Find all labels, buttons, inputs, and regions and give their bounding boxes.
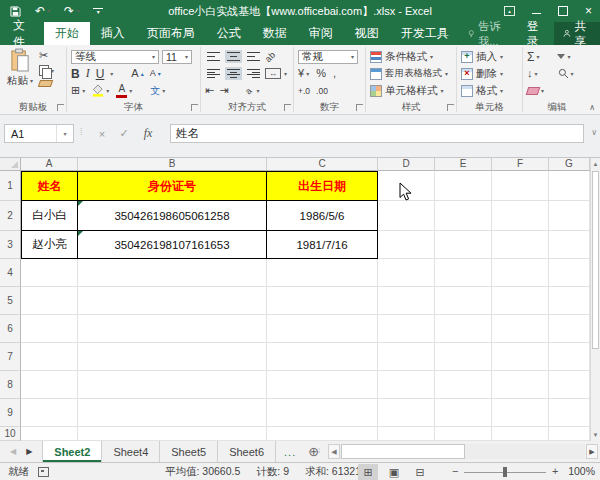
cell-E7[interactable] [435,343,492,371]
percent-format-button[interactable]: % [316,68,326,79]
cell-E4[interactable] [435,259,492,287]
sheet-tab-Sheet5[interactable]: Sheet5 [160,441,218,462]
delete-cells-button[interactable]: × 删除▾ [461,65,520,82]
cell-F5[interactable] [492,287,549,315]
vertical-scroll-thumb[interactable] [592,171,599,349]
cell-D4[interactable] [378,259,435,287]
row-header-9[interactable]: 9 [0,399,21,427]
cell-B7[interactable] [78,343,267,371]
cell-D6[interactable] [378,315,435,343]
cell-B2[interactable]: 350426198605061258 [78,201,267,231]
chevron-down-icon[interactable]: ▾ [56,125,73,142]
column-header-G[interactable]: G [549,158,590,171]
row-header-5[interactable]: 5 [0,287,21,315]
cell-C1[interactable]: 出生日期 [267,171,378,201]
font-color-button[interactable]: A ▾ [116,84,132,98]
cell-G2[interactable] [549,201,590,231]
ribbon-tab-插入[interactable]: 插入 [90,22,136,45]
cell-B1[interactable]: 身份证号 [78,171,267,201]
text-direction-button[interactable]: a [244,85,255,96]
sort-filter-button[interactable]: ▾ [557,54,570,60]
cell-G1[interactable] [549,171,590,201]
merge-center-button[interactable]: ↔ [265,68,281,79]
formula-bar-splitter[interactable]: ⁞ [80,127,84,137]
cell-F3[interactable] [492,231,549,259]
fill-color-button[interactable]: ▾ [92,84,109,97]
row-header-8[interactable]: 8 [0,371,21,399]
save-button[interactable] [10,6,21,17]
conditional-formatting-button[interactable]: 条件格式▾ [370,48,454,65]
row-header-10[interactable]: 10 [0,427,21,441]
align-bottom-icon[interactable] [245,50,262,63]
cell-styles-button[interactable]: 单元格样式▾ [370,82,454,99]
cell-A10[interactable] [21,427,78,441]
cell-F7[interactable] [492,343,549,371]
underline-button[interactable]: U [96,67,105,81]
column-header-F[interactable]: F [492,158,549,171]
ribbon-tab-数据[interactable]: 数据 [252,22,298,45]
column-header-D[interactable]: D [378,158,435,171]
insert-function-button[interactable]: fx [138,124,158,143]
comma-format-button[interactable]: , [333,68,336,79]
cell-G9[interactable] [549,399,590,427]
ribbon-tab-开始[interactable]: 开始 [44,22,90,45]
collapse-ribbon-button[interactable]: ∧ [589,103,595,112]
cell-E6[interactable] [435,315,492,343]
close-button[interactable]: × [585,5,592,17]
cell-F2[interactable] [492,201,549,231]
ribbon-tab-页面布局[interactable]: 页面布局 [136,22,206,45]
cell-D9[interactable] [378,399,435,427]
ribbon-tab-视图[interactable]: 视图 [344,22,390,45]
zoom-level[interactable]: 100% [568,465,595,477]
increase-decimal-button[interactable]: +.0 [298,86,310,96]
cell-E2[interactable] [435,201,492,231]
increase-indent-button[interactable]: ⇥ [219,84,228,97]
align-center-icon[interactable] [225,67,242,80]
tab-splitter[interactable]: ⁞ [318,446,320,455]
cell-F4[interactable] [492,259,549,287]
row-header-3[interactable]: 3 [0,231,21,259]
hscroll-left-icon[interactable]: ◀ [328,444,340,459]
row-header-4[interactable]: 4 [0,259,21,287]
tab-file[interactable]: 文件 [0,22,44,45]
font-name-combo[interactable]: 等线▾ [71,50,159,64]
paste-button[interactable]: 粘贴▾ [5,48,35,100]
sheet-nav-prev-icon[interactable]: ◀ [10,447,16,456]
cut-button[interactable]: ✂ [39,50,54,61]
cell-G3[interactable] [549,231,590,259]
sheet-tab-Sheet4[interactable]: Sheet4 [102,441,160,462]
cell-F1[interactable] [492,171,549,201]
confirm-entry-button[interactable]: ✓ [114,124,134,143]
cell-F8[interactable] [492,371,549,399]
row-header-2[interactable]: 2 [0,201,21,231]
format-cells-button[interactable]: 格式▾ [461,82,520,99]
dialog-launcher-icon[interactable] [57,104,64,111]
cell-G8[interactable] [549,371,590,399]
find-select-button[interactable]: ▾ [558,68,574,79]
cell-D7[interactable] [378,343,435,371]
customize-qat-button[interactable]: ▾ [93,8,103,15]
new-sheet-button[interactable]: ⊕ [304,441,323,462]
name-box[interactable]: A1 ▾ [4,124,74,143]
dialog-launcher-icon[interactable] [447,104,454,111]
format-painter-button[interactable] [39,80,54,87]
page-break-view-button[interactable]: ⊟ [410,464,430,480]
cell-F6[interactable] [492,315,549,343]
cell-B10[interactable] [78,427,267,441]
cell-B5[interactable] [78,287,267,315]
cell-C7[interactable] [267,343,378,371]
expand-formula-bar-button[interactable]: ∨ [591,128,597,137]
cell-G10[interactable] [549,427,590,441]
cell-E1[interactable] [435,171,492,201]
dialog-launcher-icon[interactable] [356,104,363,111]
font-size-combo[interactable]: 11▾ [162,50,192,64]
cell-D10[interactable] [378,427,435,441]
row-header-6[interactable]: 6 [0,315,21,343]
ribbon-tab-公式[interactable]: 公式 [206,22,252,45]
cell-A7[interactable] [21,343,78,371]
align-top-icon[interactable] [205,50,222,63]
zoom-in-button[interactable]: + [552,465,558,477]
align-middle-icon[interactable] [225,50,242,63]
cell-A4[interactable] [21,259,78,287]
page-layout-view-button[interactable]: ▣ [384,464,404,480]
